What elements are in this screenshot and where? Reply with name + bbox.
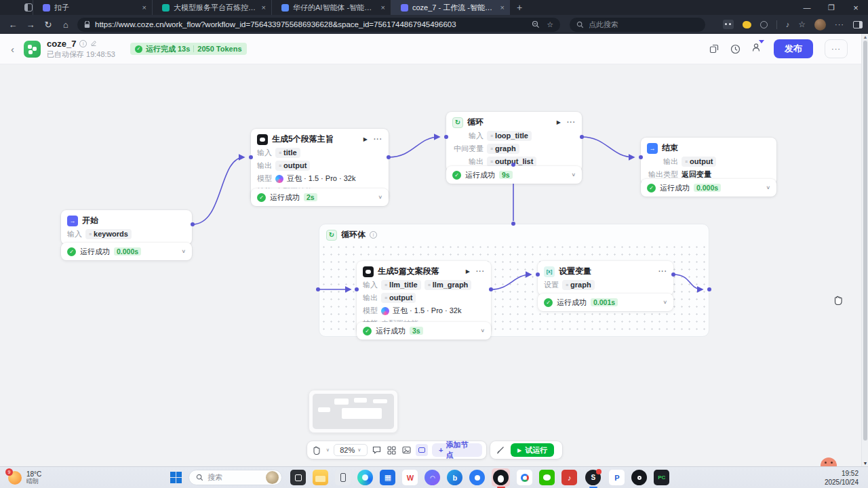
pycharm-icon[interactable]: PC bbox=[654, 470, 669, 485]
tab-coze7-workflow[interactable]: coze_7 - 工作流 -智能体平台 × bbox=[391, 0, 510, 15]
back-icon[interactable]: ← bbox=[4, 20, 22, 30]
param-tag[interactable]: ≡output_list bbox=[487, 157, 536, 167]
qq-active-slot[interactable] bbox=[492, 468, 510, 487]
file-explorer-icon[interactable] bbox=[313, 470, 328, 485]
restore-button[interactable]: ❐ bbox=[819, 0, 844, 15]
microsoft-store-icon[interactable]: ▦ bbox=[380, 470, 395, 485]
home-icon[interactable]: ⌂ bbox=[57, 20, 75, 30]
status-start[interactable]: ✓ 运行成功 0.000s ∨ bbox=[61, 243, 192, 260]
qq-icon[interactable] bbox=[493, 470, 509, 485]
quick-search-box[interactable]: 点此搜索 bbox=[570, 18, 705, 32]
run-node-icon[interactable]: ▶ bbox=[466, 268, 470, 274]
bookmark-star-icon[interactable]: ☆ bbox=[547, 20, 553, 29]
add-node-button[interactable]: + 添加节点 bbox=[432, 443, 482, 457]
param-tag[interactable]: ≡graph bbox=[562, 280, 595, 290]
zoom-select[interactable]: 82% ∨ bbox=[334, 444, 368, 456]
param-tag[interactable]: ≡graph bbox=[487, 144, 519, 154]
node-start[interactable]: → 开始 输入 ≡keywords bbox=[61, 210, 192, 245]
chevron-down-icon[interactable]: ∨ bbox=[378, 195, 382, 200]
status-end[interactable]: ✓ 运行成功 0.000s ∨ bbox=[641, 179, 776, 197]
scroll-down-icon[interactable]: ▼ bbox=[862, 461, 868, 466]
pan-mode-icon[interactable] bbox=[311, 445, 322, 455]
sidebar-panel-icon[interactable] bbox=[853, 21, 863, 28]
header-more-button[interactable]: ··· bbox=[825, 39, 848, 58]
tab-kouzi[interactable]: 扣子 × bbox=[33, 0, 152, 15]
zoom-out-icon[interactable] bbox=[532, 20, 540, 28]
chevron-down-icon[interactable]: ∨ bbox=[571, 172, 576, 178]
start-button[interactable] bbox=[170, 472, 182, 483]
tab-panel-icon[interactable] bbox=[24, 3, 33, 12]
minimize-button[interactable]: — bbox=[795, 0, 819, 15]
publish-button[interactable]: 发布 bbox=[774, 39, 813, 58]
chevron-down-icon[interactable]: ∨ bbox=[181, 249, 186, 254]
tab-bailian-console[interactable]: 大模型服务平台百炼控制台 × bbox=[152, 0, 271, 15]
param-tag[interactable]: ≡title bbox=[275, 148, 300, 158]
snapshot-icon[interactable] bbox=[401, 445, 412, 455]
minimap-toggle-button[interactable] bbox=[416, 444, 428, 456]
param-tag[interactable]: ≡output bbox=[381, 293, 416, 303]
chevron-down-icon[interactable]: ∨ bbox=[480, 328, 485, 333]
edit-icon[interactable] bbox=[90, 40, 97, 47]
phone-link-icon[interactable] bbox=[335, 470, 351, 485]
workflow-canvas[interactable]: ↻ 循环体 i → bbox=[0, 64, 868, 466]
bing-icon[interactable]: b bbox=[447, 470, 462, 485]
run-node-icon[interactable]: ▶ bbox=[363, 136, 368, 142]
browser-menu-icon[interactable]: ··· bbox=[835, 20, 844, 28]
sogou-app-icon[interactable]: S bbox=[585, 470, 601, 485]
scroll-up-icon[interactable]: ▲ bbox=[862, 35, 868, 39]
profile-avatar[interactable] bbox=[814, 19, 826, 30]
tab-agent[interactable]: 华仔的AI智能体 -智能体 - 扣子 × bbox=[271, 0, 391, 15]
chevron-down-icon[interactable]: ∨ bbox=[766, 185, 770, 190]
edge-browser-icon[interactable] bbox=[357, 470, 373, 485]
tab-close-icon[interactable]: × bbox=[262, 3, 266, 12]
refresh-icon[interactable]: ↻ bbox=[39, 20, 57, 30]
taskbar-weather[interactable]: 9 18°C 晴朗 bbox=[8, 470, 41, 485]
node-more-icon[interactable]: ··· bbox=[374, 136, 382, 143]
status-loop[interactable]: ✓ 运行成功 9s ∨ bbox=[446, 166, 582, 184]
node-loop[interactable]: ↻ 循环 ▶ ··· 输入 ≡loop_title 中间变量 ≡graph 输出… bbox=[446, 112, 582, 172]
tab-close-icon[interactable]: × bbox=[381, 3, 385, 12]
minimap[interactable] bbox=[309, 390, 398, 433]
forward-icon[interactable]: → bbox=[22, 20, 39, 30]
param-tag[interactable]: ≡output bbox=[275, 161, 310, 171]
node-more-icon[interactable]: ··· bbox=[567, 119, 576, 126]
node-end[interactable]: → 结束 输出 ≡output 输出类型 返回变量 bbox=[641, 138, 776, 185]
extension-ring-icon[interactable] bbox=[760, 21, 768, 28]
quark-browser-icon[interactable]: ◠ bbox=[425, 470, 440, 485]
info-icon[interactable]: i bbox=[79, 40, 87, 47]
wechat-icon[interactable] bbox=[539, 470, 555, 485]
tab-close-icon[interactable]: × bbox=[142, 3, 146, 12]
favorites-star-icon[interactable]: ☆ bbox=[798, 20, 806, 29]
status-outline[interactable]: ✓ 运行成功 2s ∨ bbox=[251, 188, 389, 206]
run-node-icon[interactable]: ▶ bbox=[557, 119, 561, 125]
run-complete-badge[interactable]: ✓ 运行完成 13s 2050 Tokens bbox=[130, 43, 247, 55]
status-set-variable[interactable]: ✓ 运行成功 0.001s ∨ bbox=[538, 293, 673, 311]
docs-app-icon[interactable] bbox=[469, 470, 485, 485]
new-tab-button[interactable]: + bbox=[517, 2, 522, 13]
chevron-down-icon[interactable]: ∨ bbox=[663, 300, 667, 305]
tab-close-icon[interactable]: × bbox=[500, 3, 505, 12]
param-tag[interactable]: ≡llm_graph bbox=[425, 280, 472, 290]
music-app-icon[interactable]: ♪ bbox=[561, 470, 577, 485]
auto-layout-icon[interactable] bbox=[386, 445, 397, 455]
node-more-icon[interactable]: ··· bbox=[658, 268, 667, 275]
collaborate-icon[interactable] bbox=[752, 43, 762, 55]
taskbar-clock[interactable]: 19:52 2025/10/24 bbox=[825, 469, 859, 487]
node-set-variable[interactable]: [x] 设置变量 ··· 设置 ≡graph bbox=[538, 261, 673, 296]
media-icon[interactable]: ♪ bbox=[786, 20, 790, 28]
taskbar-search[interactable]: 搜索 bbox=[189, 470, 282, 485]
netdisk-icon[interactable] bbox=[517, 470, 532, 485]
node-more-icon[interactable]: ··· bbox=[476, 268, 485, 275]
history-icon[interactable] bbox=[730, 44, 741, 54]
test-run-button[interactable]: ▶ 试运行 bbox=[511, 443, 554, 457]
address-bar[interactable]: https://www.coze.cn/work_flow?workflow_i… bbox=[77, 18, 560, 32]
scrollbar-thumb[interactable] bbox=[863, 41, 867, 441]
debug-tool-icon[interactable] bbox=[495, 445, 506, 455]
paypal-like-icon[interactable]: P bbox=[609, 470, 625, 485]
param-tag[interactable]: ≡output bbox=[682, 157, 716, 167]
browser-active-slot[interactable]: S bbox=[584, 468, 602, 487]
param-tag[interactable]: ≡keywords bbox=[85, 229, 132, 239]
extension-icon[interactable] bbox=[723, 20, 734, 29]
duplicate-icon[interactable] bbox=[709, 44, 719, 54]
pet-extension-icon[interactable] bbox=[743, 21, 751, 28]
